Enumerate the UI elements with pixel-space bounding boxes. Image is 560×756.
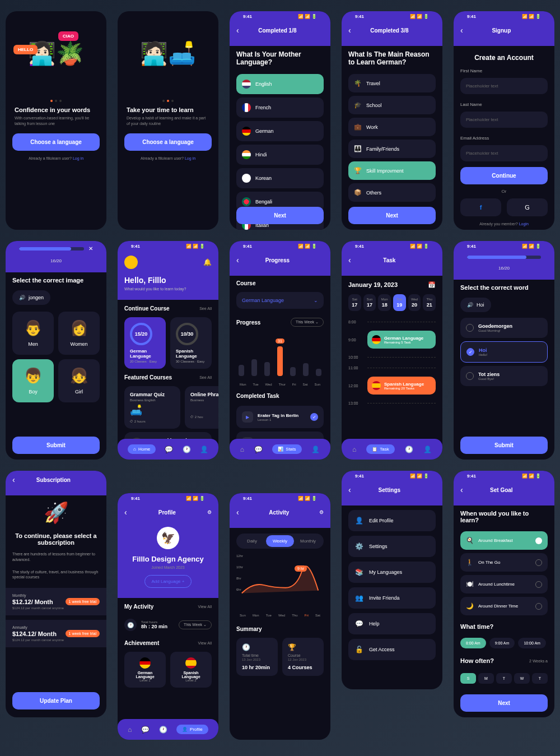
language-option-korean[interactable]: Korean xyxy=(236,168,324,188)
seg-daily[interactable]: Daily xyxy=(238,535,266,547)
language-option-german[interactable]: German xyxy=(236,121,324,141)
settings-icon[interactable]: ⚙ xyxy=(207,509,212,515)
day-chip[interactable]: W xyxy=(514,673,530,684)
calendar-day[interactable]: Mon18 xyxy=(378,294,391,311)
seg-monthly[interactable]: Monthly xyxy=(294,535,322,547)
goal-option-dinner[interactable]: 🌙Around Dinner Time xyxy=(460,597,548,615)
notification-icon[interactable]: 🔔 xyxy=(203,258,212,266)
first-name-input[interactable]: Placeholder text xyxy=(460,78,548,94)
reason-option-others[interactable]: 📦Others xyxy=(348,183,436,202)
choose-language-button[interactable]: Choose a language xyxy=(124,133,212,151)
login-link[interactable]: Log in xyxy=(73,156,83,160)
option-girl[interactable]: 👧Girl xyxy=(58,359,100,402)
login-link[interactable]: Log in xyxy=(185,156,195,160)
featured-online-phrases[interactable]: Online PhrasBusiness⏱ 2 hou xyxy=(185,386,218,429)
reason-option-travel[interactable]: 🌴Travel xyxy=(348,74,436,92)
close-button[interactable]: ✕ xyxy=(88,245,93,252)
see-all-link[interactable]: See All xyxy=(199,375,212,379)
schedule-card-spanish[interactable]: Spanish LanguageRemaining 20 Tasks xyxy=(367,377,436,395)
day-chip[interactable]: S xyxy=(460,673,476,684)
option-men[interactable]: 👨Men xyxy=(12,312,54,355)
settings-settings[interactable]: ⚙️Settings xyxy=(348,536,436,557)
nav-chat[interactable]: 💬 xyxy=(165,444,173,454)
last-name-input[interactable]: Placeholder text xyxy=(460,112,548,128)
settings-languages[interactable]: 📚My Languages xyxy=(348,562,436,583)
nav-home[interactable]: ⌂ xyxy=(352,444,356,454)
time-chip[interactable]: 10:00 Am xyxy=(518,638,546,648)
profile-avatar[interactable]: 🦅 xyxy=(157,527,179,549)
time-chip[interactable]: 8:00 Am xyxy=(460,638,486,648)
goal-option-breakfast[interactable]: 🍳Around Breakfast xyxy=(460,531,548,550)
goal-option-lunchtime[interactable]: 🍽️Around Lunchtime xyxy=(460,575,548,593)
calendar-day[interactable]: Thu21 xyxy=(423,294,436,311)
calendar-day[interactable]: Wed20 xyxy=(408,294,421,311)
seg-weekly[interactable]: Weekly xyxy=(266,535,294,547)
nav-stats[interactable]: 📊Stats xyxy=(272,444,301,454)
add-language-button[interactable]: Add Language + xyxy=(144,575,192,588)
facebook-login-button[interactable]: f xyxy=(460,198,501,216)
reason-option-skill[interactable]: 🏆Skill Improvment xyxy=(348,161,436,180)
word-option[interactable]: GoedemorgenGood Morning! xyxy=(460,318,548,338)
nav-clock[interactable]: 🕐 xyxy=(183,444,191,454)
audio-play-chip[interactable]: 🔊jongen xyxy=(12,290,50,305)
update-plan-button[interactable]: Update Plan xyxy=(12,692,100,709)
course-card-spanish[interactable]: 10/30Spanish Language30 Classees · Easy xyxy=(170,317,212,369)
nav-home[interactable]: ⌂ xyxy=(128,725,132,734)
next-button[interactable]: Next xyxy=(348,207,436,224)
language-option-english[interactable]: English xyxy=(236,74,324,94)
course-dropdown[interactable]: German Language⌄ xyxy=(236,292,324,309)
nav-profile[interactable]: 👤Profile xyxy=(176,725,208,734)
word-option-selected[interactable]: HoiHello! xyxy=(460,341,548,363)
settings-icon[interactable]: ⚙ xyxy=(319,509,324,515)
task-item[interactable]: ▶Erater Tag in BerlinLesson 1✓ xyxy=(236,406,324,428)
settings-access[interactable]: 🔓Get Access xyxy=(348,639,436,660)
calendar-day-active[interactable]: Tue19 xyxy=(393,294,406,311)
nav-clock[interactable]: 🕐 xyxy=(159,725,167,734)
submit-button[interactable]: Submit xyxy=(460,437,548,454)
reason-option-school[interactable]: 🎓School xyxy=(348,96,436,114)
option-boy[interactable]: 👦Boy xyxy=(12,359,54,402)
option-women[interactable]: 👩Women xyxy=(58,312,100,355)
time-chip[interactable]: 9:00 Am xyxy=(489,638,515,648)
nav-home[interactable]: ⌂ xyxy=(240,444,244,454)
calendar-icon[interactable]: 📅 xyxy=(428,281,436,289)
view-all-link[interactable]: View All xyxy=(198,641,212,645)
next-button[interactable]: Next xyxy=(460,694,548,712)
nav-clock[interactable]: 🕐 xyxy=(405,444,413,454)
user-avatar[interactable] xyxy=(124,256,138,269)
login-link[interactable]: Login xyxy=(519,222,529,226)
filter-dropdown[interactable]: This Week ⌄ xyxy=(179,620,212,629)
nav-profile[interactable]: 👤 xyxy=(311,444,320,454)
schedule-card-german[interactable]: German LanguageRemaining 5 Task xyxy=(367,331,436,349)
view-all-link[interactable]: View All xyxy=(198,605,212,609)
day-chip[interactable]: M xyxy=(478,673,494,684)
featured-grammar-quiz[interactable]: Grammar QuizBusiness English🛋️⏱ 2 hours xyxy=(124,386,180,429)
settings-edit-profile[interactable]: 👤Edit Profile xyxy=(348,510,436,531)
goal-option-on-the-go[interactable]: 🚶On The Go xyxy=(460,553,548,572)
submit-button[interactable]: Submit xyxy=(12,437,100,454)
see-all-link[interactable]: See All xyxy=(199,307,212,310)
continue-button[interactable]: Continue xyxy=(460,167,548,184)
calendar-day[interactable]: Sun17 xyxy=(363,294,376,311)
course-card-german[interactable]: 15/20German Language20 Classes · Easy xyxy=(124,317,166,369)
word-option[interactable]: Tot ziensGood Bye! xyxy=(460,366,548,386)
day-chip[interactable]: T xyxy=(532,673,548,684)
nav-chat[interactable]: 💬 xyxy=(141,725,150,734)
settings-help[interactable]: 💬Help xyxy=(348,613,436,634)
plan-monthly[interactable]: Monthly$12.12/ Month$124.12 per month ca… xyxy=(6,588,106,615)
plan-annual[interactable]: Annually$124.12/ Month$124.12 per month … xyxy=(6,620,106,647)
audio-play-chip[interactable]: 🔊Hoi xyxy=(460,298,491,312)
reason-option-family[interactable]: 👪Family/Friends xyxy=(348,140,436,158)
achievement-spanish[interactable]: Spanish LanguageLevel 2 xyxy=(170,652,212,688)
calendar-day[interactable]: Sat17 xyxy=(348,294,361,311)
settings-invite[interactable]: 👥Invite Frienda xyxy=(348,587,436,609)
language-option-french[interactable]: French xyxy=(236,98,324,118)
language-option-hindi[interactable]: Hindi xyxy=(236,145,324,165)
next-button[interactable]: Next xyxy=(236,207,324,224)
nav-profile[interactable]: 👤 xyxy=(423,444,432,454)
choose-language-button[interactable]: Choose a language xyxy=(12,133,100,151)
day-chip[interactable]: T xyxy=(496,673,512,684)
filter-dropdown[interactable]: This Week ⌄ xyxy=(291,318,324,327)
reason-option-work[interactable]: 💼Work xyxy=(348,118,436,136)
nav-profile[interactable]: 👤 xyxy=(200,444,208,454)
